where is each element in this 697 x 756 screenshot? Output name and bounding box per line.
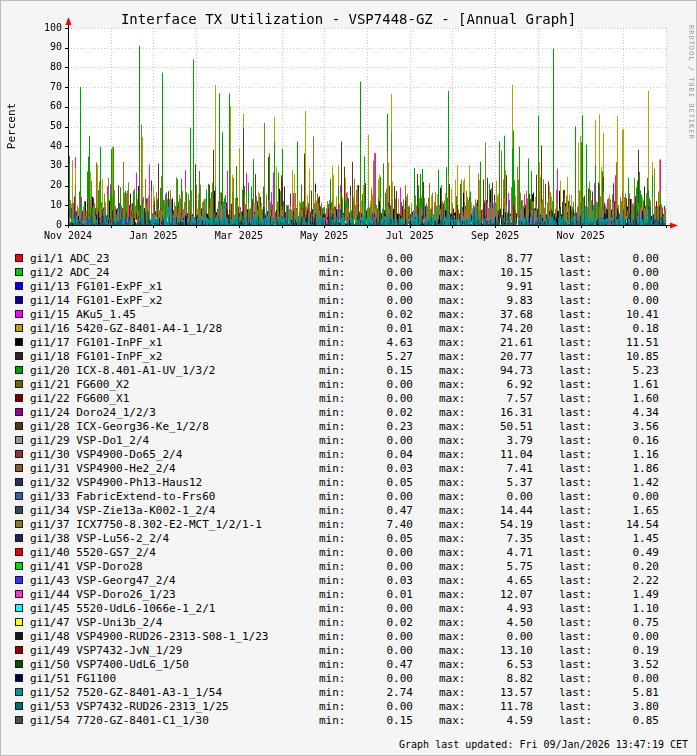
- legend-max-label: max:: [439, 560, 473, 573]
- legend-max-value: 50.51: [473, 420, 533, 433]
- last-updated-text: Graph last updated: Fri 09/Jan/2026 13:4…: [399, 739, 688, 750]
- legend-last-value: 0.00: [599, 266, 659, 279]
- legend-color-swatch: [15, 408, 23, 416]
- legend-min-value: 0.15: [353, 714, 413, 727]
- legend-max-label: max:: [439, 448, 473, 461]
- legend-series-name: gi1/29 VSP-Do1_2/4: [30, 434, 319, 447]
- legend-min-label: min:: [319, 350, 353, 363]
- legend-last-value: 1.65: [599, 504, 659, 517]
- legend-min-value: 0.02: [353, 616, 413, 629]
- legend-last-label: last:: [559, 350, 599, 363]
- legend-max-value: 9.83: [473, 294, 533, 307]
- legend-last-label: last:: [559, 476, 599, 489]
- legend-row: gi1/2 ADC_24min:0.00max:10.15last:0.00: [1, 265, 696, 279]
- legend-row: gi1/53 VSP7432-RUD26-2313_1/25min:0.00ma…: [1, 699, 696, 713]
- legend-max-label: max:: [439, 280, 473, 293]
- legend-min-value: 0.00: [353, 560, 413, 573]
- legend-last-label: last:: [559, 252, 599, 265]
- legend-row: gi1/24 Doro24_1/2/3min:0.02max:16.31last…: [1, 405, 696, 419]
- legend-color-swatch: [15, 534, 23, 542]
- legend-min-value: 0.00: [353, 490, 413, 503]
- legend-max-label: max:: [439, 392, 473, 405]
- legend-max-value: 13.10: [473, 644, 533, 657]
- legend-max-label: max:: [439, 672, 473, 685]
- legend-series-name: gi1/34 VSP-Zie13a-K002-1_2/4: [30, 504, 319, 517]
- legend-row: gi1/51 FG1100min:0.00max:8.82last:0.00: [1, 671, 696, 685]
- legend-max-label: max:: [439, 406, 473, 419]
- legend-max-value: 7.57: [473, 392, 533, 405]
- legend-color-swatch: [15, 422, 23, 430]
- legend-row: gi1/28 ICX-Georg36-Ke_1/2/8min:0.23max:5…: [1, 419, 696, 433]
- legend-min-value: 0.15: [353, 364, 413, 377]
- legend-color-swatch: [15, 282, 23, 290]
- legend-max-label: max:: [439, 532, 473, 545]
- legend-color-swatch: [15, 604, 23, 612]
- legend-max-label: max:: [439, 588, 473, 601]
- legend-last-label: last:: [559, 588, 599, 601]
- legend-max-value: 4.65: [473, 574, 533, 587]
- legend-last-label: last:: [559, 280, 599, 293]
- legend-last-label: last:: [559, 700, 599, 713]
- legend-max-label: max:: [439, 658, 473, 671]
- legend-max-value: 20.77: [473, 350, 533, 363]
- legend-max-value: 74.20: [473, 322, 533, 335]
- legend-row: gi1/54 7720-GZ-8401-C1_1/30min:0.15max:4…: [1, 713, 696, 727]
- legend-series-name: gi1/21 FG600_X2: [30, 378, 319, 391]
- legend-min-value: 0.00: [353, 294, 413, 307]
- legend-last-label: last:: [559, 266, 599, 279]
- legend-series-name: gi1/32 VSP4900-Ph13-Haus12: [30, 476, 319, 489]
- legend-max-value: 6.53: [473, 658, 533, 671]
- legend-min-label: min:: [319, 644, 353, 657]
- legend-last-value: 0.75: [599, 616, 659, 629]
- legend-min-value: 0.00: [353, 392, 413, 405]
- legend-color-swatch: [15, 338, 23, 346]
- legend-max-value: 54.19: [473, 518, 533, 531]
- legend-min-label: min:: [319, 322, 353, 335]
- legend-min-label: min:: [319, 714, 353, 727]
- legend-max-label: max:: [439, 574, 473, 587]
- legend-row: gi1/44 VSP-Doro26_1/23min:0.01max:12.07l…: [1, 587, 696, 601]
- legend-row: gi1/43 VSP-Georg47_2/4min:0.03max:4.65la…: [1, 573, 696, 587]
- legend: gi1/1 ADC_23min:0.00max:8.77last:0.00gi1…: [1, 251, 696, 727]
- legend-min-value: 0.00: [353, 700, 413, 713]
- legend-color-swatch: [15, 632, 23, 640]
- legend-last-label: last:: [559, 392, 599, 405]
- graph-window: Interface TX Utilization - VSP7448-GZ - …: [0, 0, 697, 756]
- legend-series-name: gi1/41 VSP-Doro28: [30, 560, 319, 573]
- legend-min-value: 7.40: [353, 518, 413, 531]
- legend-last-label: last:: [559, 336, 599, 349]
- legend-row: gi1/20 ICX-8.401-A1-UV_1/3/2min:0.15max:…: [1, 363, 696, 377]
- legend-min-value: 0.04: [353, 448, 413, 461]
- legend-min-label: min:: [319, 476, 353, 489]
- legend-row: gi1/49 VSP7432-JvN_1/29min:0.00max:13.10…: [1, 643, 696, 657]
- legend-last-value: 0.00: [599, 294, 659, 307]
- legend-min-label: min:: [319, 364, 353, 377]
- legend-max-label: max:: [439, 364, 473, 377]
- legend-color-swatch: [15, 590, 23, 598]
- legend-series-name: gi1/13 FG101-ExPF_x1: [30, 280, 319, 293]
- legend-last-label: last:: [559, 364, 599, 377]
- legend-series-name: gi1/54 7720-GZ-8401-C1_1/30: [30, 714, 319, 727]
- legend-min-label: min:: [319, 462, 353, 475]
- legend-last-value: 0.18: [599, 322, 659, 335]
- legend-max-value: 11.78: [473, 700, 533, 713]
- legend-color-swatch: [15, 464, 23, 472]
- legend-last-label: last:: [559, 308, 599, 321]
- legend-row: gi1/47 VSP-Uni3b_2/4min:0.02max:4.50last…: [1, 615, 696, 629]
- legend-min-value: 4.63: [353, 336, 413, 349]
- legend-min-value: 0.02: [353, 406, 413, 419]
- legend-color-swatch: [15, 450, 23, 458]
- legend-row: gi1/33 FabricExtend-to-Frs60min:0.00max:…: [1, 489, 696, 503]
- legend-min-label: min:: [319, 504, 353, 517]
- legend-last-label: last:: [559, 490, 599, 503]
- legend-max-value: 94.73: [473, 364, 533, 377]
- legend-series-name: gi1/24 Doro24_1/2/3: [30, 406, 319, 419]
- legend-max-value: 8.82: [473, 672, 533, 685]
- y-axis-label: Percent: [5, 26, 19, 226]
- legend-series-name: gi1/47 VSP-Uni3b_2/4: [30, 616, 319, 629]
- legend-last-value: 1.42: [599, 476, 659, 489]
- legend-last-value: 1.16: [599, 448, 659, 461]
- legend-min-value: 0.47: [353, 658, 413, 671]
- legend-last-value: 3.52: [599, 658, 659, 671]
- legend-series-name: gi1/15 AKu5_1.45: [30, 308, 319, 321]
